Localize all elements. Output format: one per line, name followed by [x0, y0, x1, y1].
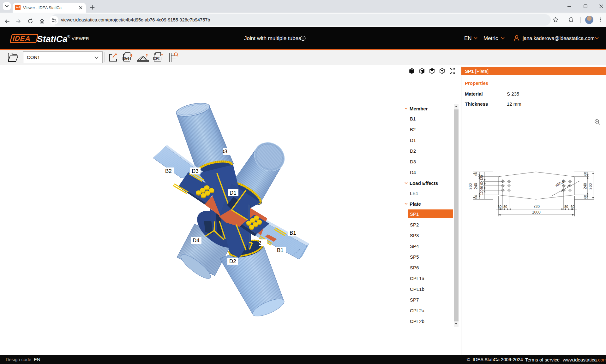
- svg-text:B2: B2: [165, 168, 172, 174]
- svg-text:B1: B1: [290, 230, 296, 236]
- svg-text:DWG: DWG: [123, 57, 129, 61]
- svg-text:360: 360: [468, 183, 473, 190]
- svg-text:120: 120: [480, 190, 483, 195]
- svg-text:60: 60: [583, 172, 587, 176]
- svg-text:1000: 1000: [532, 210, 541, 214]
- svg-text:60: 60: [474, 172, 478, 176]
- svg-text:IDEA: IDEA: [12, 35, 32, 43]
- svg-text:D4: D4: [193, 238, 200, 244]
- svg-text:D2: D2: [229, 258, 236, 264]
- svg-text:60: 60: [498, 205, 501, 208]
- svg-text:80: 80: [564, 205, 568, 208]
- svg-text:60: 60: [583, 195, 587, 199]
- svg-text:IFC: IFC: [154, 57, 160, 61]
- svg-text:60: 60: [571, 205, 574, 208]
- svg-text:240: 240: [474, 183, 478, 189]
- svg-text:60: 60: [480, 186, 483, 190]
- svg-text:120: 120: [480, 175, 483, 180]
- svg-text:D1: D1: [230, 190, 237, 196]
- svg-text:60: 60: [480, 181, 483, 185]
- svg-text:D3: D3: [192, 168, 199, 174]
- svg-text:60: 60: [474, 195, 478, 199]
- svg-text:80: 80: [503, 205, 507, 208]
- svg-text:360: 360: [588, 183, 593, 190]
- svg-text:B1: B1: [277, 247, 284, 253]
- svg-text:240: 240: [583, 183, 587, 189]
- svg-text:720: 720: [533, 204, 540, 209]
